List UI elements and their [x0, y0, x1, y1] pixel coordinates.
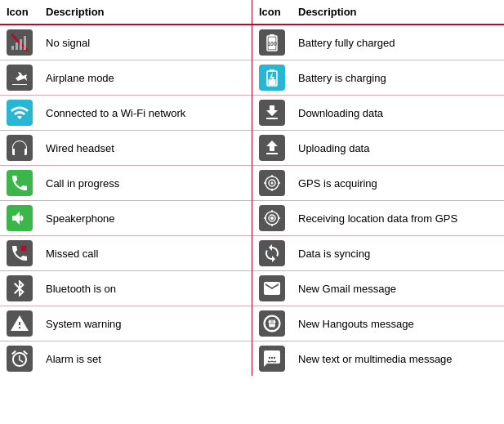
- table-row: System warning: [0, 306, 252, 341]
- gps-acquiring-icon: [259, 170, 285, 196]
- battery-charged-desc: Battery fully charged: [292, 25, 504, 60]
- icon-cell: [252, 236, 292, 271]
- data-syncing-desc: Data is syncing: [292, 236, 504, 271]
- svg-point-35: [274, 357, 275, 359]
- table-row: New text or multimedia message: [252, 341, 504, 377]
- icon-cell: [252, 60, 292, 96]
- battery-charging-desc: Battery is charging: [292, 60, 504, 96]
- hangouts-icon: [259, 310, 285, 337]
- svg-point-25: [270, 216, 274, 220]
- text-message-icon: [259, 346, 285, 372]
- headset-desc: Wired headset: [39, 131, 252, 166]
- gps-location-icon: [259, 205, 285, 231]
- svg-rect-1: [11, 46, 14, 50]
- uploading-desc: Uploading data: [292, 131, 504, 166]
- table-row: Missed call: [0, 236, 252, 271]
- icon-cell: [0, 201, 39, 236]
- svg-rect-9: [270, 34, 274, 36]
- missed-call-icon: [7, 240, 33, 266]
- icon-cell: [252, 96, 292, 131]
- table-row: Speakerphone: [0, 201, 252, 236]
- svg-point-30: [265, 316, 279, 331]
- svg-point-18: [271, 182, 274, 185]
- right-icon-header: Icon: [252, 0, 292, 25]
- wifi-desc: Connected to a Wi-Fi network: [39, 96, 252, 131]
- icon-cell: [252, 201, 292, 236]
- table-row: Uploading data: [252, 131, 504, 166]
- svg-rect-3: [20, 39, 22, 50]
- right-description-header: Description: [292, 0, 504, 25]
- battery-charged-icon: 100: [259, 29, 285, 56]
- table-row: Receiving location data from GPS: [252, 201, 504, 236]
- download-icon: [259, 100, 285, 126]
- svg-point-34: [271, 357, 273, 359]
- speakerphone-desc: Speakerphone: [39, 201, 252, 236]
- icon-cell: [0, 96, 39, 131]
- gmail-icon: [259, 275, 285, 301]
- icon-cell: [0, 131, 39, 166]
- bluetooth-desc: Bluetooth is on: [39, 271, 252, 306]
- table-row: New Hangouts message: [252, 306, 504, 341]
- upload-icon: [259, 135, 285, 161]
- svg-text:100: 100: [267, 41, 277, 47]
- gmail-desc: New Gmail message: [292, 271, 504, 306]
- table-row: 100 Battery fully charged: [252, 25, 504, 60]
- left-description-header: Description: [39, 0, 252, 25]
- icon-cell: 100: [252, 25, 292, 60]
- table-row: Downloading data: [252, 96, 504, 131]
- missed-call-desc: Missed call: [39, 236, 252, 271]
- svg-rect-13: [270, 69, 274, 71]
- gps-acquiring-desc: GPS is acquiring: [292, 166, 504, 201]
- svg-rect-4: [24, 36, 26, 50]
- call-desc: Call in progress: [39, 166, 252, 201]
- table-row: Connected to a Wi-Fi network: [0, 96, 252, 131]
- table-row: Data is syncing: [252, 236, 504, 271]
- icon-cell: [252, 341, 292, 377]
- table-row: No signal: [0, 25, 252, 60]
- table-row: Call in progress: [0, 166, 252, 201]
- svg-point-5: [17, 216, 22, 221]
- table-row: Bluetooth is on: [0, 271, 252, 306]
- warning-desc: System warning: [39, 306, 252, 341]
- battery-charging-icon: [259, 65, 285, 91]
- icon-cell: [252, 306, 292, 341]
- no-signal-desc: No signal: [39, 25, 252, 60]
- svg-rect-2: [16, 42, 18, 50]
- hangouts-desc: New Hangouts message: [292, 306, 504, 341]
- icon-cell: [0, 166, 39, 201]
- left-icon-header: Icon: [0, 0, 39, 25]
- speakerphone-icon: [7, 205, 33, 231]
- warning-icon: [7, 310, 33, 337]
- gps-location-desc: Receiving location data from GPS: [292, 201, 504, 236]
- airplane-icon: [7, 65, 33, 91]
- table-row: GPS is acquiring: [252, 166, 504, 201]
- downloading-desc: Downloading data: [292, 96, 504, 131]
- icon-cell: [0, 60, 39, 96]
- icon-cell: [252, 166, 292, 201]
- no-signal-icon: [7, 29, 33, 56]
- alarm-icon: [7, 346, 33, 372]
- table-row: New Gmail message: [252, 271, 504, 306]
- svg-point-33: [269, 357, 270, 359]
- icon-cell: [252, 271, 292, 306]
- sync-icon: [259, 240, 285, 266]
- text-message-desc: New text or multimedia message: [292, 341, 504, 377]
- icon-cell: [0, 341, 39, 377]
- headset-icon: [7, 135, 33, 161]
- bluetooth-icon: [7, 275, 33, 301]
- alarm-desc: Alarm is set: [39, 341, 252, 377]
- table-row: Alarm is set: [0, 341, 252, 377]
- table-row: Wired headset: [0, 131, 252, 166]
- icon-cell: [0, 25, 39, 60]
- svg-point-31: [269, 321, 271, 324]
- wifi-icon: [7, 100, 33, 126]
- table-row: Airplane mode: [0, 60, 252, 96]
- icon-cell: [0, 306, 39, 341]
- icon-cell: [0, 271, 39, 306]
- airplane-desc: Airplane mode: [39, 60, 252, 96]
- icon-cell: [252, 131, 292, 166]
- icon-cell: [0, 236, 39, 271]
- svg-point-32: [274, 321, 276, 324]
- call-icon: [7, 170, 33, 196]
- table-row: Battery is charging: [252, 60, 504, 96]
